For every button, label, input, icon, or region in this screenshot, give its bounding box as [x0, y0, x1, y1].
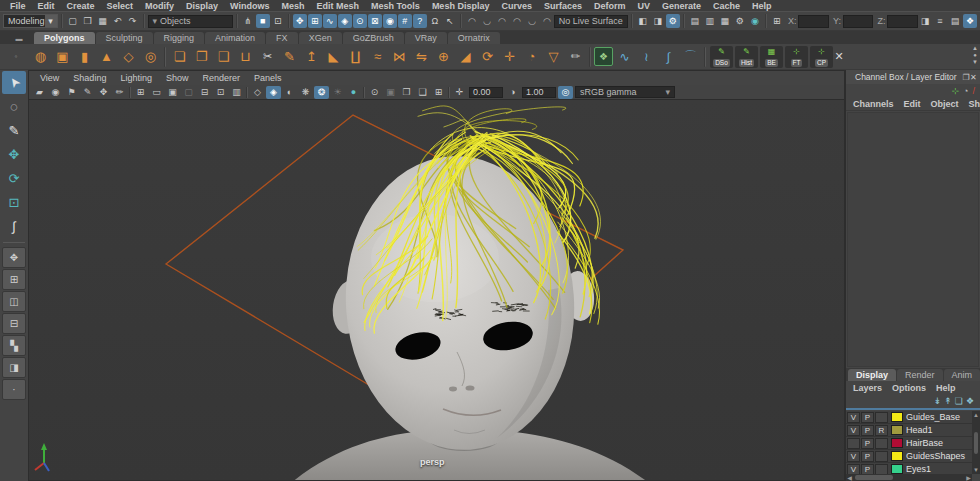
layer-editor-tab[interactable]: Render — [897, 369, 943, 381]
magnet-center-icon[interactable]: ◠ — [510, 14, 524, 28]
layer-row[interactable]: V P Eyes1 — [846, 463, 972, 474]
render-current-frame-icon[interactable]: ▥ — [703, 14, 717, 28]
rotate-tool[interactable]: ⟳ — [2, 167, 26, 190]
use-all-lights-icon[interactable]: ❋ — [298, 86, 313, 99]
select-hierarchy-icon[interactable]: ⋔ — [241, 14, 255, 28]
layer-name[interactable]: Head1 — [906, 425, 933, 435]
view-axis-gizmo[interactable] — [35, 443, 49, 471]
scroll-up-icon[interactable]: ▲ — [973, 412, 979, 418]
panel-menu-item[interactable]: View — [33, 73, 66, 83]
snap-view-plane-icon[interactable]: ⊠ — [368, 14, 382, 28]
layer-color-swatch[interactable] — [891, 451, 903, 461]
snapshot-icon[interactable]: ❐ — [399, 86, 414, 99]
new-layer-from-selected-icon[interactable]: ❖ — [966, 396, 974, 406]
bookmark-icon[interactable]: ⚑ — [64, 86, 79, 99]
magnet-grid-icon[interactable]: ◠ — [465, 14, 479, 28]
select-component-icon[interactable]: ⊡ — [271, 14, 285, 28]
shelf-tab[interactable]: Animation — [205, 32, 265, 44]
shelf-tab[interactable]: Ornatrix — [448, 32, 500, 44]
layer-name[interactable]: Guides_Base — [906, 412, 960, 422]
separator[interactable] — [589, 47, 591, 67]
menu-item[interactable]: Mesh — [276, 1, 311, 11]
lasso-select-tool[interactable]: ◌ — [2, 95, 26, 118]
layer-display-type-toggle[interactable] — [875, 464, 888, 475]
scroll-right-icon[interactable]: ▶ — [965, 474, 972, 481]
manip-speed-icon[interactable]: ◔ — [963, 86, 968, 96]
shelf-tab[interactable]: Polygons — [34, 32, 95, 44]
layer-display-type-toggle[interactable] — [875, 438, 888, 449]
gamma-field[interactable]: 1.00 — [522, 87, 556, 98]
safe-title-icon[interactable]: ⊡ — [213, 86, 228, 99]
poly-plane-icon[interactable]: ◇ — [118, 46, 139, 67]
menu-item[interactable]: Deform — [588, 1, 632, 11]
layer-row[interactable]: V P R Head1 — [846, 424, 972, 437]
save-scene-icon[interactable]: ▦ — [96, 14, 110, 28]
poke-icon[interactable]: ✛ — [499, 46, 520, 67]
safe-action-icon[interactable]: ⊟ — [197, 86, 212, 99]
panel-menu-item[interactable]: Panels — [247, 73, 289, 83]
shelf-scroll-up-icon[interactable]: ▲ — [972, 45, 978, 51]
snap-projected-center-icon[interactable]: ⊙ — [353, 14, 367, 28]
field-chart-icon[interactable]: ▥ — [229, 86, 244, 99]
layer-playback-toggle[interactable]: P — [861, 464, 874, 475]
gate-mask-icon[interactable]: ▢ — [181, 86, 196, 99]
layer-move-up-icon[interactable]: ↟ — [944, 396, 952, 406]
menu-item[interactable]: Select — [101, 1, 140, 11]
xray-mode-icon[interactable]: ● — [346, 86, 361, 99]
layer-editor-menu-item[interactable]: Options — [887, 383, 931, 393]
open-scene-icon[interactable]: ❒ — [81, 14, 95, 28]
cv-curve-icon[interactable]: ≀ — [636, 46, 657, 67]
ipr-render-icon[interactable]: ▦ — [718, 14, 732, 28]
shelf-button-cp[interactable]: ⊹ CP — [810, 46, 833, 68]
screen-ao-icon[interactable]: ☀ — [330, 86, 345, 99]
quad-draw-icon[interactable]: ✎ — [279, 46, 300, 67]
construction-history-icon[interactable]: ⚙ — [666, 14, 680, 28]
make-live-icon[interactable]: ◉ — [383, 14, 397, 28]
snap-point-icon[interactable]: ◈ — [338, 14, 352, 28]
delete-shelf-item-icon[interactable]: ✕ — [833, 46, 845, 67]
sculpt-tool-icon[interactable]: ✏ — [565, 46, 586, 67]
shelf-tab[interactable]: Sculpting — [96, 32, 153, 44]
layer-move-down-icon[interactable]: ↡ — [934, 396, 942, 406]
isolate-select-icon[interactable]: ⊙ — [367, 86, 382, 99]
new-scene-icon[interactable]: ▢ — [66, 14, 80, 28]
layer-visibility-toggle[interactable] — [847, 438, 860, 449]
layout-hypershade-persp[interactable]: ▚ — [2, 335, 26, 356]
new-empty-layer-icon[interactable]: ❏ — [955, 396, 963, 406]
panel-menu-item[interactable]: Renderer — [195, 73, 247, 83]
select-camera-icon[interactable]: ▰ — [32, 86, 47, 99]
magnet-curve-icon[interactable]: ◡ — [480, 14, 494, 28]
layout-persp-outliner[interactable]: ◫ — [2, 291, 26, 312]
magnet-point-icon[interactable]: ◠ — [495, 14, 509, 28]
pencil-curve-icon[interactable]: ∫ — [658, 46, 679, 67]
wedge-icon[interactable]: ◔ — [521, 46, 542, 67]
menu-item[interactable]: Modify — [139, 1, 180, 11]
y-input[interactable] — [843, 15, 874, 28]
shelf-tab[interactable]: FX — [266, 32, 298, 44]
scale-tool[interactable]: ⊡ — [2, 191, 26, 214]
viewport-canvas[interactable] — [29, 100, 844, 480]
z-input[interactable] — [887, 15, 918, 28]
wireframe-mode-icon[interactable]: ◇ — [250, 86, 265, 99]
menu-item[interactable]: Help — [746, 1, 778, 11]
layer-row[interactable]: V P GuidesShapes — [846, 450, 972, 463]
menu-item[interactable]: Cache — [707, 1, 746, 11]
layer-row[interactable]: V P Guides_Base — [846, 411, 972, 424]
pan-zoom-icon[interactable]: ✥ — [96, 86, 111, 99]
separator[interactable] — [704, 47, 706, 67]
channel-box-menu-item[interactable]: Show — [964, 99, 980, 109]
paint-select-tool[interactable]: ✎ — [2, 119, 26, 142]
mirror-icon[interactable]: ⋈ — [389, 46, 410, 67]
launch-hypershade-icon[interactable]: ◉ — [748, 14, 762, 28]
layer-color-swatch[interactable] — [891, 412, 903, 422]
x-input[interactable] — [798, 15, 829, 28]
pane-layout-icon[interactable]: ⊞ — [431, 86, 446, 99]
lock-camera-icon[interactable]: ▣ — [383, 86, 398, 99]
menu-item[interactable]: Surfaces — [538, 1, 588, 11]
menu-item[interactable]: Edit Mesh — [311, 1, 366, 11]
smooth-icon[interactable]: ≈ — [367, 46, 388, 67]
scrollbar-thumb[interactable] — [974, 432, 978, 454]
input-line-operations-icon[interactable]: # — [398, 14, 412, 28]
layer-name[interactable]: GuidesShapes — [906, 451, 965, 461]
shelf-tab[interactable]: Rigging — [154, 32, 205, 44]
